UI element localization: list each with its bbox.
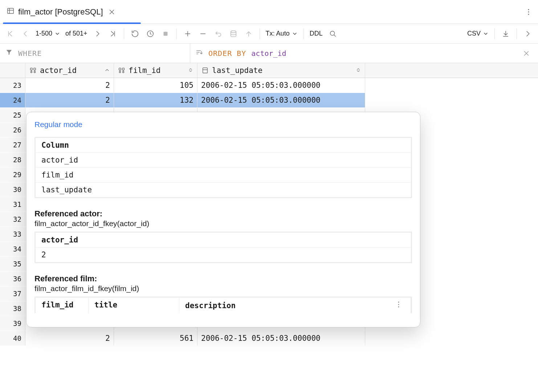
- editor-tab[interactable]: film_actor [PostgreSQL]: [3, 0, 121, 24]
- svg-point-5: [528, 9, 529, 10]
- ref-actor-table: actor_id 2: [34, 232, 412, 263]
- preview-pending-button[interactable]: [227, 27, 240, 40]
- row-number: 32: [0, 212, 25, 226]
- close-tab-button[interactable]: [107, 7, 117, 17]
- svg-rect-27: [34, 68, 36, 70]
- svg-rect-0: [8, 8, 14, 14]
- cell-last_update[interactable]: 2006-02-15 05:05:03.000000: [197, 78, 365, 93]
- history-button[interactable]: [144, 27, 157, 40]
- row-number: 38: [0, 301, 25, 316]
- row-number: 39: [0, 316, 25, 331]
- column-header-film-id[interactable]: film_id: [114, 63, 197, 78]
- columns-table-row: film_id: [36, 168, 411, 183]
- chevron-down-icon: [292, 31, 298, 37]
- download-button[interactable]: [499, 27, 512, 40]
- ref-film-col-desc: description: [179, 298, 411, 313]
- svg-point-42: [398, 306, 399, 307]
- export-format-dropdown[interactable]: CSV: [466, 30, 490, 37]
- editor-tabbar: film_actor [PostgreSQL]: [0, 0, 538, 24]
- columns-table-header: Column: [36, 138, 411, 153]
- cell-film_id[interactable]: 132: [114, 93, 197, 107]
- row-number: 34: [0, 242, 25, 256]
- regular-mode-link[interactable]: Regular mode: [27, 120, 420, 129]
- row-number: 36: [0, 271, 25, 286]
- svg-rect-38: [203, 68, 208, 73]
- column-name: film_id: [129, 66, 161, 75]
- cell-actor_id[interactable]: 2: [25, 78, 114, 93]
- row-number: 23: [0, 78, 25, 93]
- filter-sort-bar: WHERE ORDER BY actor_id: [0, 44, 538, 63]
- quick-doc-popup[interactable]: Regular mode Column actor_id film_id las…: [26, 112, 420, 327]
- cell-film_id[interactable]: 561: [114, 331, 197, 346]
- more-icon[interactable]: [395, 301, 405, 310]
- search-button[interactable]: [326, 27, 339, 40]
- ddl-button[interactable]: DDL: [308, 30, 324, 37]
- svg-line-18: [334, 34, 335, 36]
- grid-header-row: actor_id film_id last_update: [0, 63, 538, 78]
- row-number: 28: [0, 152, 25, 167]
- prev-page-button[interactable]: [19, 27, 32, 40]
- where-label: WHERE: [18, 49, 42, 58]
- expand-toolbar-button[interactable]: [521, 27, 534, 40]
- svg-point-15: [231, 30, 236, 33]
- svg-point-41: [398, 304, 399, 305]
- column-name: actor_id: [40, 66, 77, 75]
- page-range-dropdown[interactable]: 1-500: [34, 30, 62, 37]
- row-number: 30: [0, 182, 25, 197]
- data-toolbar: 1-500 of 501+ Tx: Auto DDL CSV: [0, 24, 538, 44]
- sort-asc-icon: [104, 66, 110, 75]
- more-actions-button[interactable]: [522, 5, 535, 19]
- table-row[interactable]: 2421322006-02-15 05:05:03.000000: [0, 93, 538, 108]
- revert-button[interactable]: [212, 27, 225, 40]
- last-page-button[interactable]: [106, 27, 119, 40]
- cell-last_update[interactable]: 2006-02-15 05:05:03.000000: [197, 93, 365, 107]
- columns-table-row: actor_id: [36, 153, 411, 168]
- next-page-button[interactable]: [91, 27, 104, 40]
- row-number: 26: [0, 123, 25, 137]
- ref-film-col-filmid: film_id: [36, 298, 89, 313]
- row-number: 40: [0, 331, 25, 346]
- table-icon: [7, 7, 15, 17]
- svg-rect-32: [119, 68, 121, 70]
- column-header-actor-id[interactable]: actor_id: [25, 63, 114, 78]
- where-filter[interactable]: WHERE: [0, 44, 190, 63]
- row-number: 33: [0, 227, 25, 241]
- column-header-last-update[interactable]: last_update: [197, 63, 365, 78]
- ref-actor-title: Referenced actor:: [27, 198, 420, 219]
- row-number: 29: [0, 167, 25, 182]
- clear-sort-button[interactable]: [520, 47, 533, 60]
- table-row[interactable]: 4025612006-02-15 05:05:03.000000: [0, 331, 538, 346]
- first-page-button[interactable]: [4, 27, 17, 40]
- svg-point-6: [528, 11, 529, 12]
- orderby-field: actor_id: [251, 49, 286, 58]
- add-row-button[interactable]: [181, 27, 194, 40]
- cell-actor_id[interactable]: 2: [25, 93, 114, 107]
- key-icon: [29, 66, 37, 74]
- ref-actor-col: actor_id: [36, 233, 411, 248]
- sort-icon: [195, 48, 203, 58]
- tx-mode-dropdown[interactable]: Tx: Auto: [264, 30, 299, 37]
- chevron-down-icon: [54, 31, 60, 37]
- order-by-filter[interactable]: ORDER BY actor_id: [195, 48, 286, 58]
- reload-button[interactable]: [129, 27, 142, 40]
- table-row[interactable]: 2321052006-02-15 05:05:03.000000: [0, 78, 538, 93]
- cell-film_id[interactable]: 105: [114, 78, 197, 93]
- ref-film-table-header: film_id title description: [34, 297, 412, 313]
- cell-actor_id[interactable]: 2: [25, 331, 114, 346]
- cell-last_update[interactable]: 2006-02-15 05:05:03.000000: [197, 331, 365, 346]
- tab-title: film_actor [PostgreSQL]: [18, 7, 103, 17]
- chevron-down-icon: [483, 31, 489, 37]
- submit-button[interactable]: [242, 27, 255, 40]
- ref-actor-val: 2: [36, 248, 411, 262]
- column-icon: [201, 66, 209, 74]
- page-total-label: of 501+: [64, 30, 89, 37]
- stop-button[interactable]: [159, 27, 172, 40]
- delete-row-button[interactable]: [196, 27, 209, 40]
- svg-point-7: [528, 13, 529, 15]
- filter-icon: [5, 48, 13, 58]
- row-number: 35: [0, 257, 25, 271]
- svg-point-40: [398, 302, 399, 303]
- export-format-label: CSV: [467, 30, 481, 37]
- row-number: 31: [0, 197, 25, 212]
- sort-none-icon: [355, 66, 361, 75]
